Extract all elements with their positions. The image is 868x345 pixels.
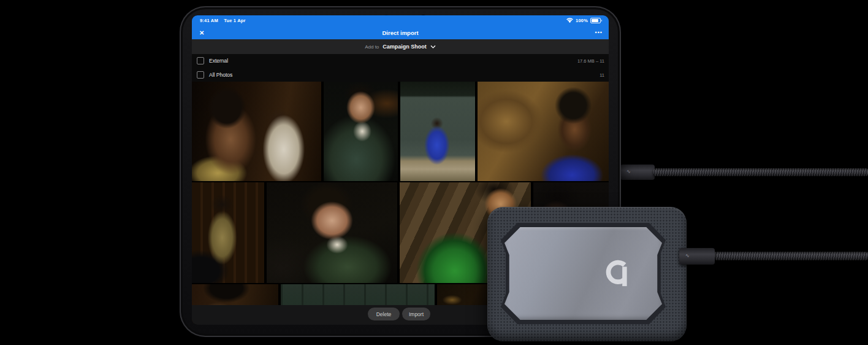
photo-thumbnail[interactable] — [267, 182, 397, 283]
source-list: External 17.6 MB – 11 All Photos 11 — [192, 54, 609, 82]
g-drive-logo — [602, 258, 630, 290]
import-button[interactable]: Import — [402, 308, 430, 320]
photo-thumbnail[interactable] — [192, 82, 321, 181]
source-row-all-photos[interactable]: All Photos 11 — [192, 68, 609, 82]
battery-percent: 100% — [576, 18, 588, 23]
chevron-down-icon — [430, 44, 436, 50]
source-meta: 11 — [600, 72, 604, 78]
more-options-icon[interactable]: ••• — [595, 29, 603, 36]
status-time: 9:41 AM — [200, 18, 218, 23]
scene: ∿ ∿ 9:41 AM Tue 1 Apr 100% — [0, 0, 868, 345]
source-meta: 17.6 MB – 11 — [577, 58, 604, 64]
all-photos-checkbox[interactable] — [197, 71, 204, 79]
usb-plug-tablet: ∿ — [620, 165, 655, 180]
braided-cable-top — [653, 168, 868, 176]
status-right: 100% — [566, 18, 601, 23]
status-bar: 9:41 AM Tue 1 Apr 100% — [192, 15, 609, 26]
photo-thumbnail[interactable] — [400, 82, 475, 181]
photo-thumbnail[interactable] — [324, 82, 398, 181]
source-row-external[interactable]: External 17.6 MB – 11 — [192, 54, 609, 68]
add-to-label: Add to — [365, 44, 379, 50]
status-date: Tue 1 Apr — [224, 18, 246, 23]
page-title: Direct import — [192, 29, 609, 36]
photo-thumbnail[interactable] — [192, 182, 264, 283]
wifi-icon — [566, 18, 573, 23]
add-to-selector[interactable]: Add to Campaign Shoot — [192, 39, 609, 54]
source-label: External — [209, 58, 228, 64]
drive-faceplate — [504, 227, 662, 320]
cable-brand-mark: ∿ — [685, 254, 690, 258]
photo-thumbnail[interactable] — [478, 82, 609, 181]
add-to-value[interactable]: Campaign Shoot — [383, 44, 427, 50]
source-label: All Photos — [209, 72, 232, 78]
external-ssd-drive — [487, 207, 687, 341]
usb-plug-drive: ∿ — [679, 248, 715, 265]
cable-brand-mark: ∿ — [626, 169, 631, 174]
braided-cable-drive — [712, 252, 868, 260]
app-header: ✕ Direct import ••• — [192, 26, 609, 39]
status-left: 9:41 AM Tue 1 Apr — [200, 18, 250, 23]
external-checkbox[interactable] — [197, 57, 204, 64]
delete-button[interactable]: Delete — [368, 308, 400, 320]
battery-icon — [590, 18, 601, 23]
